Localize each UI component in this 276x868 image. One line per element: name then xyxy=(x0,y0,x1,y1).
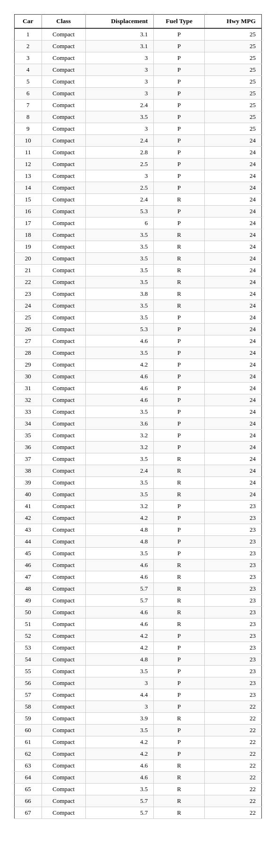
table-container: Car Class Displacement Fuel Type Hwy MPG… xyxy=(0,0,276,833)
table-cell: 49 xyxy=(15,595,42,607)
table-cell: 3 xyxy=(85,123,153,135)
table-cell: Compact xyxy=(42,241,85,253)
table-cell: 4.6 xyxy=(85,571,153,583)
table-cell: R xyxy=(154,772,205,784)
table-cell: 5 xyxy=(15,76,42,88)
table-cell: Compact xyxy=(42,701,85,713)
table-cell: 4.4 xyxy=(85,689,153,701)
table-cell: 21 xyxy=(15,265,42,276)
table-cell: 5.7 xyxy=(85,807,153,819)
table-row: 38Compact2.4R24 xyxy=(15,465,262,477)
table-cell: 3.8 xyxy=(85,288,153,300)
table-cell: Compact xyxy=(42,760,85,772)
table-cell: 26 xyxy=(15,324,42,335)
table-cell: P xyxy=(154,501,205,512)
table-cell: Compact xyxy=(42,618,85,630)
table-cell: 5.3 xyxy=(85,206,153,217)
table-cell: 53 xyxy=(15,642,42,654)
table-cell: Compact xyxy=(42,501,85,512)
table-cell: Compact xyxy=(42,52,85,64)
table-cell: Compact xyxy=(42,642,85,654)
table-cell: Compact xyxy=(42,795,85,807)
table-cell: R xyxy=(154,713,205,725)
table-cell: 23 xyxy=(205,630,262,642)
table-cell: 22 xyxy=(205,795,262,807)
table-cell: Compact xyxy=(42,442,85,453)
table-cell: P xyxy=(154,524,205,536)
table-cell: 22 xyxy=(205,772,262,784)
table-cell: 24 xyxy=(205,453,262,465)
table-cell: 23 xyxy=(205,666,262,677)
table-cell: P xyxy=(154,406,205,418)
table-cell: R xyxy=(154,453,205,465)
table-cell: P xyxy=(154,748,205,760)
table-cell: P xyxy=(154,76,205,88)
table-cell: 4.2 xyxy=(85,512,153,524)
table-cell: P xyxy=(154,536,205,548)
table-cell: Compact xyxy=(42,807,85,819)
table-row: 60Compact3.5P22 xyxy=(15,725,262,736)
table-cell: R xyxy=(154,559,205,571)
table-cell: 24 xyxy=(205,170,262,182)
table-cell: Compact xyxy=(42,300,85,312)
table-cell: P xyxy=(154,371,205,383)
table-cell: P xyxy=(154,52,205,64)
table-cell: Compact xyxy=(42,359,85,371)
table-cell: 42 xyxy=(15,512,42,524)
table-row: 34Compact3.6P24 xyxy=(15,418,262,430)
table-cell: 11 xyxy=(15,147,42,159)
table-cell: Compact xyxy=(42,229,85,241)
table-row: 32Compact4.6P24 xyxy=(15,394,262,406)
table-cell: P xyxy=(154,217,205,229)
table-cell: Compact xyxy=(42,28,85,41)
table-cell: 54 xyxy=(15,654,42,666)
table-cell: 3 xyxy=(85,170,153,182)
table-cell: Compact xyxy=(42,666,85,677)
table-cell: 23 xyxy=(205,583,262,595)
table-cell: R xyxy=(154,241,205,253)
table-cell: Compact xyxy=(42,713,85,725)
table-cell: 4.6 xyxy=(85,760,153,772)
table-row: 58Compact3P22 xyxy=(15,701,262,713)
table-cell: 25 xyxy=(205,64,262,76)
table-cell: 16 xyxy=(15,206,42,217)
table-cell: 23 xyxy=(205,571,262,583)
table-row: 26Compact5.3P24 xyxy=(15,324,262,335)
table-cell: 67 xyxy=(15,807,42,819)
table-cell: 25 xyxy=(205,76,262,88)
table-row: 50Compact4.6R23 xyxy=(15,607,262,618)
table-cell: 22 xyxy=(205,713,262,725)
table-cell: 23 xyxy=(205,536,262,548)
table-cell: Compact xyxy=(42,88,85,100)
table-cell: 2 xyxy=(15,41,42,52)
table-cell: Compact xyxy=(42,312,85,324)
table-row: 5Compact3P25 xyxy=(15,76,262,88)
table-cell: Compact xyxy=(42,217,85,229)
table-cell: P xyxy=(154,206,205,217)
table-cell: 27 xyxy=(15,335,42,347)
table-cell: 4.6 xyxy=(85,394,153,406)
table-cell: 24 xyxy=(205,159,262,170)
table-cell: R xyxy=(154,276,205,288)
table-cell: Compact xyxy=(42,41,85,52)
table-cell: 3 xyxy=(85,88,153,100)
table-cell: 2.4 xyxy=(85,465,153,477)
table-row: 28Compact3.5P24 xyxy=(15,347,262,359)
table-row: 27Compact4.6P24 xyxy=(15,335,262,347)
table-row: 45Compact3.5P23 xyxy=(15,548,262,559)
table-cell: 50 xyxy=(15,607,42,618)
table-row: 46Compact4.6R23 xyxy=(15,559,262,571)
table-cell: Compact xyxy=(42,123,85,135)
table-cell: R xyxy=(154,618,205,630)
table-cell: Compact xyxy=(42,135,85,147)
table-cell: 3.5 xyxy=(85,453,153,465)
table-cell: 3.5 xyxy=(85,548,153,559)
table-cell: P xyxy=(154,689,205,701)
table-cell: P xyxy=(154,383,205,394)
data-table: Car Class Displacement Fuel Type Hwy MPG… xyxy=(14,14,262,819)
table-cell: 24 xyxy=(205,418,262,430)
table-cell: 36 xyxy=(15,442,42,453)
table-cell: 8 xyxy=(15,111,42,123)
table-header: Car Class Displacement Fuel Type Hwy MPG xyxy=(15,15,262,29)
table-cell: 4.8 xyxy=(85,524,153,536)
